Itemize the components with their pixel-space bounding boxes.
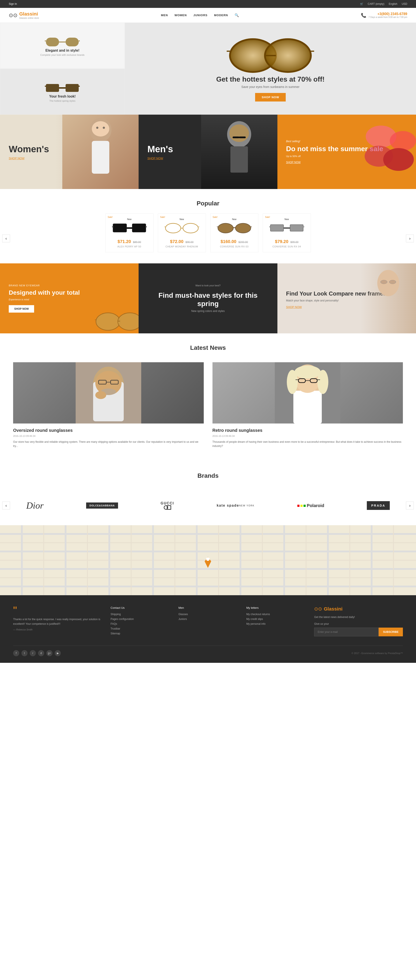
svg-point-108 <box>206 557 210 561</box>
footer-links-contact-title: Contact Us <box>111 606 170 609</box>
brand-prada[interactable]: PRADA <box>367 499 390 512</box>
brand-polaroid[interactable]: ■■■ Polaroid <box>297 499 324 512</box>
popular-section: Popular ‹ Sale! New $71.20 <box>0 189 416 263</box>
promo-spring-title: Find must-have styles for this spring <box>147 291 268 308</box>
product-card-1[interactable]: Sale! New $71.20 $89.00 ALEX PERRY AP 50 <box>105 213 154 253</box>
footer-link-personalinfo[interactable]: My personal info <box>246 622 306 625</box>
svg-point-29 <box>383 148 414 171</box>
svg-point-19 <box>103 127 105 129</box>
twitter-icon[interactable]: t <box>21 650 27 656</box>
footer-newsletter: ⊙⊙ Glassini Get the latest news delivere… <box>314 606 403 637</box>
footer-link-glasses[interactable]: Glasses <box>178 613 238 616</box>
brand-dolce[interactable]: DOLCE&GABBANA <box>86 499 118 512</box>
product-card-4[interactable]: Sale! New $79.20 $99.00 CONVERSE SUN RX … <box>263 213 311 253</box>
signin-link[interactable]: Sign In <box>9 2 17 5</box>
hero-shop-now-button[interactable]: SHOP NOW <box>255 93 286 102</box>
svg-rect-0 <box>46 38 59 46</box>
footer-link-juniors[interactable]: Juniors <box>178 617 238 620</box>
cat-sale: Best selling! Do not miss the summer sal… <box>278 115 416 189</box>
currency-selector[interactable]: USD <box>402 2 407 5</box>
logo[interactable]: ⊙⊙ Glassini Glasses online store <box>9 11 39 19</box>
google-plus-icon[interactable]: g+ <box>46 650 52 656</box>
hero-main-title: Get the hottest styles at 70% off! <box>216 75 325 83</box>
product-card-3[interactable]: Sale! New $160.00 $200.00 CONVERSE SUN R… <box>210 213 259 253</box>
svg-rect-23 <box>239 137 246 138</box>
phone-number: +3(800) 2345-6789 <box>368 12 407 16</box>
cat-men-shop-link[interactable]: SHOP NOW <box>147 157 173 160</box>
footer-link-checkout[interactable]: My checkout returns <box>246 613 306 616</box>
footer-top: " Thanks a lot for the quick response. I… <box>13 606 403 637</box>
products-next-arrow[interactable]: › <box>406 234 414 242</box>
svg-point-40 <box>218 223 233 233</box>
product-price-new-1: $71.20 <box>117 239 131 244</box>
promo-shop-now-button-1[interactable]: SHOP NOW <box>9 305 34 313</box>
news-title-1: Oversized round sunglasses <box>13 428 204 433</box>
promo-spring-sub: New spring colors and styles <box>191 310 225 313</box>
news-title-2: Retro round sunglasses <box>213 428 403 433</box>
news-date-1: 2016-10-13 09:46:34 <box>13 435 204 437</box>
svg-point-56 <box>381 280 387 284</box>
svg-point-75 <box>318 370 328 394</box>
news-content: Oversized round sunglasses 2016-10-13 09… <box>0 358 416 461</box>
search-icon[interactable]: 🔍 <box>235 13 239 17</box>
hero-card-elegant: Elegant and in style! Complete your look… <box>0 23 125 69</box>
product-price-new-2: $72.00 <box>170 239 183 244</box>
map-section <box>0 525 416 595</box>
footer-link-pages[interactable]: Pages configuration <box>111 617 170 620</box>
footer-logo-icon: ⊙⊙ <box>314 606 322 612</box>
subscribe-button[interactable]: SUBSCRIBE <box>379 628 403 636</box>
brand-katespade[interactable]: kate spade NEW YORK <box>217 499 254 512</box>
dribbble-icon[interactable]: d <box>38 650 44 656</box>
products-prev-arrow[interactable]: ‹ <box>2 234 10 242</box>
svg-rect-45 <box>270 225 284 231</box>
footer-link-creditslips[interactable]: My credit slips <box>246 617 306 620</box>
cat-sale-shop-link[interactable]: SHOP NOW <box>286 161 300 164</box>
svg-point-41 <box>235 223 251 233</box>
nav-modern[interactable]: MODERN <box>214 14 228 17</box>
news-row: Oversized round sunglasses 2016-10-13 09… <box>13 362 403 448</box>
brands-prev-arrow[interactable]: ‹ <box>2 501 10 509</box>
news-card-2[interactable]: Retro round sunglasses 2016-10-13 09:46:… <box>213 362 403 448</box>
product-badge-sale-3: Sale! <box>213 216 218 218</box>
footer-link-sitemap[interactable]: Sitemap <box>111 632 170 635</box>
brands-title: Brands <box>0 461 416 486</box>
hero-card-fresh: Your fresh look! The hottest spring styl… <box>0 69 125 115</box>
brand-dior[interactable]: Dior <box>26 499 43 512</box>
nav-women[interactable]: WOMEN <box>175 14 187 17</box>
hero-main-sub: Save your eyes from sunbeams in summer <box>241 85 300 89</box>
product-price-old-2: $90.00 <box>185 240 194 244</box>
svg-rect-33 <box>112 226 113 227</box>
brand-gucci[interactable]: GUCCI <box>161 499 174 512</box>
main-nav: MEN WOMEN JUNIORS MODERN 🔍 <box>161 13 239 17</box>
top-bar: Sign In 🛒 CART (empty) English USD <box>0 0 416 8</box>
nav-juniors[interactable]: JUNIORS <box>193 14 208 17</box>
email-input[interactable] <box>314 628 379 636</box>
news-card-1[interactable]: Oversized round sunglasses 2016-10-13 09… <box>13 362 204 448</box>
language-selector[interactable]: English <box>389 2 397 5</box>
product-card-2[interactable]: Sale! New $72.00 $90.00 CHEAP MONDAY RHE… <box>158 213 206 253</box>
nav-men[interactable]: MEN <box>161 14 168 17</box>
youtube-icon[interactable]: ▶ <box>55 650 61 656</box>
hero-section: Elegant and in style! Complete your look… <box>0 23 416 115</box>
news-man-svg <box>76 362 141 423</box>
facebook-icon[interactable]: f <box>13 650 19 656</box>
svg-rect-7 <box>59 87 65 89</box>
footer-link-faqs[interactable]: FAQs <box>111 622 170 625</box>
footer-link-trustbar[interactable]: Trustbar <box>111 627 170 630</box>
quote-author: — Rebecca Smith <box>13 628 102 631</box>
footer-bottom: f t r d g+ ▶ © 2017 - Ecommerce software… <box>13 646 403 656</box>
footer-link-shipping[interactable]: Shipping <box>111 613 170 616</box>
promo-designed: BRAND NEW EYEWEAR Designed with your tot… <box>0 263 138 333</box>
product-image-3 <box>217 221 252 236</box>
cat-women-shop-link[interactable]: SHOP NOW <box>9 157 49 160</box>
brands-next-arrow[interactable]: › <box>406 501 414 509</box>
footer: " Thanks a lot for the quick response. I… <box>0 595 416 663</box>
cat-women: Women's SHOP NOW <box>0 115 138 189</box>
cart-link[interactable]: CART (empty) <box>368 2 384 5</box>
product-price-new-3: $160.00 <box>221 239 236 244</box>
svg-point-17 <box>92 121 109 137</box>
svg-point-73 <box>294 366 321 379</box>
rss-icon[interactable]: r <box>30 650 36 656</box>
product-price-old-3: $200.00 <box>238 240 248 244</box>
cat-sale-sub: Up to 50% off <box>286 155 300 158</box>
